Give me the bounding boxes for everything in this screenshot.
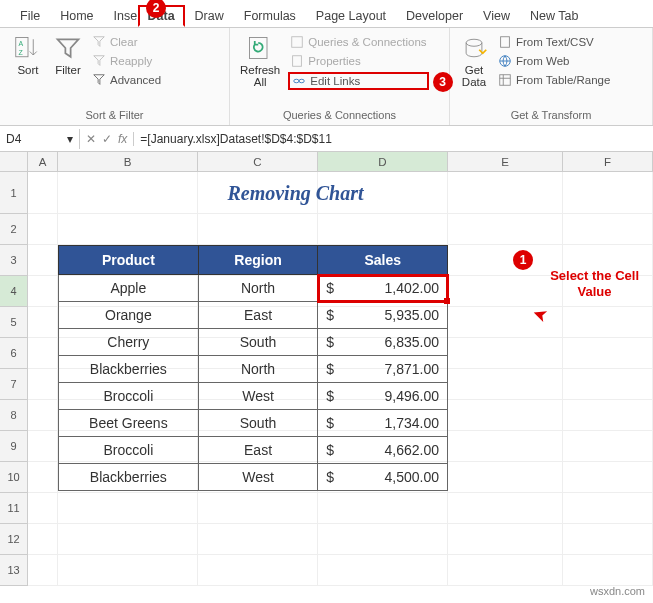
tab-view[interactable]: View [473,5,520,27]
callout-1: 1 [513,250,533,270]
column-headers: A B C D E F [0,152,653,172]
selected-cell[interactable]: $1,402.00 [318,275,448,302]
group-label-queries: Queries & Connections [236,107,443,123]
properties-button[interactable]: Properties [288,53,428,69]
table-row[interactable]: Beet GreensSouth$1,734.00 [59,410,448,437]
get-data-button[interactable]: Get Data [456,32,492,90]
tab-home[interactable]: Home [50,5,103,27]
row-header[interactable]: 3 [0,245,28,276]
callout-3: 3 [433,72,453,92]
col-header-e[interactable]: E [448,152,563,171]
svg-rect-8 [292,37,303,48]
worksheet-grid[interactable]: 1 2 3 4 5 6 7 8 9 10 11 12 13 Removing C… [0,172,653,586]
edit-links-button[interactable]: Edit Links 3 [288,72,428,90]
svg-point-11 [299,79,304,83]
table-row[interactable]: AppleNorth $1,402.00 [59,275,448,302]
tab-new-tab[interactable]: New Tab [520,5,588,27]
row-header[interactable]: 13 [0,555,28,586]
table-row[interactable]: OrangeEast$5,935.00 [59,302,448,329]
col-header-b[interactable]: B [58,152,198,171]
row-header[interactable]: 12 [0,524,28,555]
queries-connections-button[interactable]: Queries & Connections [288,34,428,50]
group-get-transform: Get Data From Text/CSV From Web From Tab… [450,28,653,125]
from-table-range-button[interactable]: From Table/Range [496,72,612,88]
row-header[interactable]: 7 [0,369,28,400]
col-header-a[interactable]: A [28,152,58,171]
svg-point-10 [294,79,299,83]
header-sales: Sales [318,246,448,275]
row-header[interactable]: 6 [0,338,28,369]
from-text-csv-button[interactable]: From Text/CSV [496,34,612,50]
select-all-corner[interactable] [0,152,28,171]
formula-input[interactable]: =[January.xlsx]Dataset!$D$4:$D$11 [134,129,653,149]
table-row[interactable]: BlackberriesNorth$7,871.00 [59,356,448,383]
tab-formulas[interactable]: Formulas [234,5,306,27]
col-header-d[interactable]: D [318,152,448,171]
group-queries: Refresh All Queries & Connections Proper… [230,28,450,125]
row-header[interactable]: 2 [0,214,28,245]
col-header-c[interactable]: C [198,152,318,171]
formula-bar: D4▾ ✕ ✓ fx =[January.xlsx]Dataset!$D$4:$… [0,126,653,152]
row-header[interactable]: 10 [0,462,28,493]
chevron-down-icon: ▾ [67,132,73,146]
watermark: wsxdn.com [590,585,645,597]
header-region: Region [198,246,318,275]
ribbon: AZ ZA AZ Sort Filter Clear Reapply Advan… [0,28,653,126]
table-row[interactable]: BroccoliWest$9,496.00 [59,383,448,410]
svg-rect-15 [500,75,511,86]
name-box[interactable]: D4▾ [0,129,80,149]
fx-icon[interactable]: fx [118,132,127,146]
annotation-text: Select the Cell Value [550,268,639,299]
row-header[interactable]: 9 [0,431,28,462]
group-label-get-transform: Get & Transform [456,107,646,123]
refresh-all-button[interactable]: Refresh All [236,32,284,90]
confirm-icon[interactable]: ✓ [102,132,112,146]
svg-text:A: A [18,40,23,47]
table-row[interactable]: BlackberriesWest$4,500.00 [59,464,448,491]
page-title: Removing Chart [28,172,563,214]
table-row[interactable]: BroccoliEast$4,662.00 [59,437,448,464]
reapply-button[interactable]: Reapply [90,53,163,69]
tab-draw[interactable]: Draw [185,5,234,27]
row-header[interactable]: 8 [0,400,28,431]
svg-point-12 [466,39,482,46]
tab-file[interactable]: File [10,5,50,27]
row-header[interactable]: 1 [0,172,28,214]
ribbon-tabs: 2 File Home Insert Data Draw Formulas Pa… [0,0,653,28]
header-product: Product [59,246,199,275]
svg-text:Z: Z [18,49,23,56]
tab-developer[interactable]: Developer [396,5,473,27]
svg-rect-13 [501,37,510,48]
row-header[interactable]: 11 [0,493,28,524]
svg-rect-9 [293,56,302,67]
group-sort-filter: AZ ZA AZ Sort Filter Clear Reapply Advan… [0,28,230,125]
clear-button[interactable]: Clear [90,34,163,50]
group-label-sort-filter: Sort & Filter [6,107,223,123]
filter-button[interactable]: Filter [50,32,86,78]
data-table: Product Region Sales AppleNorth $1,402.0… [58,245,448,491]
cancel-icon[interactable]: ✕ [86,132,96,146]
sort-button[interactable]: AZ Sort [10,32,46,78]
row-header[interactable]: 4 [0,276,28,307]
row-header[interactable]: 5 [0,307,28,338]
svg-rect-7 [250,38,268,59]
from-web-button[interactable]: From Web [496,53,612,69]
tab-insert[interactable]: Insert [104,5,138,27]
tab-page-layout[interactable]: Page Layout [306,5,396,27]
advanced-button[interactable]: Advanced [90,72,163,88]
col-header-f[interactable]: F [563,152,653,171]
table-row[interactable]: CherrySouth$6,835.00 [59,329,448,356]
fx-controls: ✕ ✓ fx [80,132,134,146]
